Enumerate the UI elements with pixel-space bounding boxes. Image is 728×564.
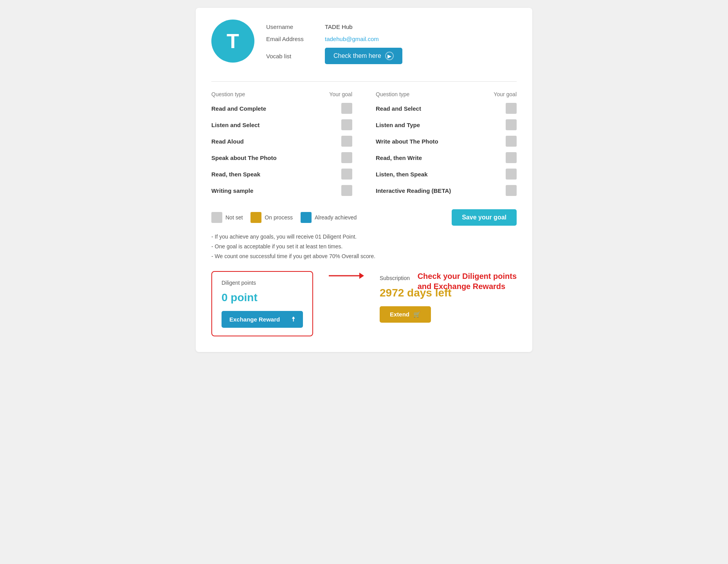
goal-box-read-aloud[interactable] xyxy=(341,136,352,147)
svg-marker-1 xyxy=(359,273,364,279)
extend-label: Extend xyxy=(390,311,409,318)
extend-button[interactable]: Extend 🛒 xyxy=(380,306,431,323)
goal-type-write-photo: Write about The Photo xyxy=(376,138,438,145)
legend-on-process-label: On process xyxy=(265,214,293,221)
goal-box-interactive-reading[interactable] xyxy=(506,185,517,196)
legend-not-set: Not set xyxy=(211,212,243,223)
goal-box-write-photo[interactable] xyxy=(506,136,517,147)
goal-box-read-speak[interactable] xyxy=(341,169,352,180)
goals-columns: Question type Your goal Read and Complet… xyxy=(211,91,517,201)
goal-box-listen-speak[interactable] xyxy=(506,169,517,180)
goal-row-writing-sample: Writing sample xyxy=(211,185,352,196)
col-header-goal-left: Your goal xyxy=(329,91,352,97)
exchange-reward-label: Exchange Reward xyxy=(229,316,280,323)
goal-row-read-aloud: Read Aloud xyxy=(211,136,352,147)
username-value: TADE Hub xyxy=(325,23,353,30)
info-line-1: - If you achieve any goals, you will rec… xyxy=(211,232,517,242)
annotation-text: Check your Diligent pointsand Exchange R… xyxy=(418,271,517,291)
save-goal-button[interactable]: Save your goal xyxy=(452,209,517,226)
vocab-row: Vocab list Check them here ▶ xyxy=(266,48,402,64)
legend-box-not-set xyxy=(211,212,222,223)
legend-section: Not set On process Already achieved Save… xyxy=(211,209,517,226)
goal-box-listen-select[interactable] xyxy=(341,119,352,130)
profile-section: T Username TADE Hub Email Address tadehu… xyxy=(211,20,517,70)
goal-type-speak-photo: Speak about The Photo xyxy=(211,154,277,161)
vocab-label: Vocab list xyxy=(266,53,317,59)
goal-row-write-photo: Write about The Photo xyxy=(376,136,517,147)
legend-achieved-label: Already achieved xyxy=(315,214,357,221)
avatar: T xyxy=(211,20,254,63)
section-divider xyxy=(211,81,517,82)
goal-box-writing-sample[interactable] xyxy=(341,185,352,196)
goal-row-listen-select: Listen and Select xyxy=(211,119,352,130)
bottom-section: Diligent points 0 point Exchange Reward … xyxy=(211,271,517,336)
goal-row-speak-photo: Speak about The Photo xyxy=(211,152,352,163)
goal-row-read-select: Read and Select xyxy=(376,103,517,114)
diligent-points-label: Diligent points xyxy=(222,280,303,286)
main-card: T Username TADE Hub Email Address tadehu… xyxy=(196,8,532,352)
username-label: Username xyxy=(266,23,317,30)
info-line-3: - We count one successful time if you ge… xyxy=(211,251,517,261)
goals-col-right: Question type Your goal Read and Select … xyxy=(376,91,517,201)
col-header-goal-right: Your goal xyxy=(494,91,517,97)
check-vocab-button[interactable]: Check them here ▶ xyxy=(325,48,402,64)
annotation-arrow-area xyxy=(329,271,364,287)
info-line-2: - One goal is acceptable if you set it a… xyxy=(211,242,517,251)
goal-box-read-write[interactable] xyxy=(506,152,517,163)
legend-not-set-label: Not set xyxy=(225,214,243,221)
goal-type-interactive-reading: Interactive Reading (BETA) xyxy=(376,187,451,194)
annotation-arrow-svg xyxy=(329,271,364,280)
username-row: Username TADE Hub xyxy=(266,23,402,30)
goal-row-listen-speak: Listen, then Speak xyxy=(376,169,517,180)
goals-header-left: Question type Your goal xyxy=(211,91,352,97)
diligent-points-value: 0 point xyxy=(222,291,303,304)
goals-section: Question type Your goal Read and Complet… xyxy=(211,91,517,201)
goal-box-listen-type[interactable] xyxy=(506,119,517,130)
goal-type-listen-speak: Listen, then Speak xyxy=(376,171,428,178)
profile-info: Username TADE Hub Email Address tadehub@… xyxy=(266,20,402,70)
goal-type-read-aloud: Read Aloud xyxy=(211,138,244,145)
goal-row-interactive-reading: Interactive Reading (BETA) xyxy=(376,185,517,196)
check-vocab-label: Check them here xyxy=(333,52,381,59)
reward-icon: ☨ xyxy=(292,316,295,323)
goal-box-read-select[interactable] xyxy=(506,103,517,114)
avatar-letter: T xyxy=(227,31,239,51)
arrow-circle-icon: ▶ xyxy=(385,52,394,60)
goal-row-read-write: Read, then Write xyxy=(376,152,517,163)
goals-col-left: Question type Your goal Read and Complet… xyxy=(211,91,352,201)
legend-achieved: Already achieved xyxy=(301,212,357,223)
cart-icon: 🛒 xyxy=(413,311,421,318)
goal-box-speak-photo[interactable] xyxy=(341,152,352,163)
col-header-type-right: Question type xyxy=(376,91,409,97)
legend-box-on-process xyxy=(250,212,261,223)
bottom-wrapper: Diligent points 0 point Exchange Reward … xyxy=(211,271,517,336)
goal-row-read-complete: Read and Complete xyxy=(211,103,352,114)
legend-items: Not set On process Already achieved xyxy=(211,212,357,223)
page-wrapper: T Username TADE Hub Email Address tadehu… xyxy=(0,0,728,564)
goal-row-listen-type: Listen and Type xyxy=(376,119,517,130)
legend-on-process: On process xyxy=(250,212,293,223)
goals-header-right: Question type Your goal xyxy=(376,91,517,97)
email-label: Email Address xyxy=(266,36,317,42)
goal-type-read-speak: Read, then Speak xyxy=(211,171,260,178)
goal-type-listen-type: Listen and Type xyxy=(376,122,420,128)
goal-type-listen-select: Listen and Select xyxy=(211,122,259,128)
info-text: - If you achieve any goals, you will rec… xyxy=(211,232,517,262)
goal-type-read-write: Read, then Write xyxy=(376,154,422,161)
goal-type-read-complete: Read and Complete xyxy=(211,105,266,112)
goal-row-read-speak: Read, then Speak xyxy=(211,169,352,180)
col-header-type-left: Question type xyxy=(211,91,245,97)
goal-type-writing-sample: Writing sample xyxy=(211,187,253,194)
goal-box-read-complete[interactable] xyxy=(341,103,352,114)
legend-box-achieved xyxy=(301,212,312,223)
goal-type-read-select: Read and Select xyxy=(376,105,421,112)
email-row: Email Address tadehub@gmail.com xyxy=(266,36,402,42)
diligent-card: Diligent points 0 point Exchange Reward … xyxy=(211,271,313,336)
annotation-area: Check your Diligent pointsand Exchange R… xyxy=(418,271,517,291)
email-value: tadehub@gmail.com xyxy=(325,36,379,42)
exchange-reward-button[interactable]: Exchange Reward ☨ xyxy=(222,311,303,328)
